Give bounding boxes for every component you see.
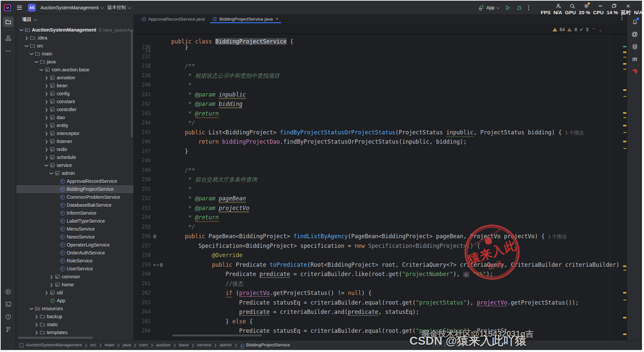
tree-item-java[interactable]: ❯java <box>16 58 133 66</box>
breadcrumb-main[interactable]: main <box>105 342 114 347</box>
tree-item-common[interactable]: ❯common <box>16 273 133 281</box>
more-tool-windows-button[interactable] <box>3 45 14 56</box>
breadcrumb-admin[interactable]: admin <box>220 342 232 347</box>
stripe-mark[interactable] <box>623 69 626 70</box>
line-number[interactable]: 266 <box>133 326 151 336</box>
code-line-248[interactable]: 248 <box>133 156 622 166</box>
tree-item-listener[interactable]: ❯listener <box>16 137 133 145</box>
tree-item-BiddingProjectService[interactable]: CBiddingProjectService <box>16 185 133 193</box>
vcs-widget[interactable]: 版本控制 <box>107 5 130 11</box>
tree-item-schedule[interactable]: ❯schedule <box>16 153 133 161</box>
tree-item-redis[interactable]: ❯redis <box>16 145 133 153</box>
tree-chevron-icon[interactable]: ❯ <box>44 100 49 104</box>
annotation-gutter-icon[interactable]: @ <box>153 232 171 241</box>
line-number[interactable]: 259 <box>133 260 151 270</box>
line-number[interactable]: 254 <box>133 213 151 222</box>
line-number[interactable]: 256 <box>133 232 151 241</box>
tree-chevron-icon[interactable]: ❯ <box>30 51 34 56</box>
line-number[interactable]: 250 <box>133 175 151 184</box>
stripe-mark[interactable] <box>623 333 626 335</box>
breadcrumb-auction[interactable]: auction <box>156 342 171 347</box>
line-number[interactable]: 244 <box>133 118 151 128</box>
tree-item-templates[interactable]: ❯templates <box>16 328 133 336</box>
code-line-258[interactable]: 258 @Override <box>133 250 622 260</box>
code-line-250[interactable]: 250 * 前台交易大厅多条件查询 <box>133 175 622 184</box>
tree-chevron-icon[interactable]: ❯ <box>24 36 29 40</box>
breadcrumb-src[interactable]: src <box>90 342 96 347</box>
tree-chevron-icon[interactable]: ❯ <box>20 27 24 33</box>
tool-window-run-button[interactable] <box>3 286 14 297</box>
tree-item-InformService[interactable]: CInformService <box>16 209 133 217</box>
line-number[interactable]: 249 <box>133 166 151 175</box>
run-config-selector[interactable]: App <box>478 5 499 11</box>
code-line-259[interactable]: 259⊙↑@ public Predicate toPredicate(Root… <box>133 260 622 270</box>
tree-chevron-icon[interactable]: ❯ <box>35 59 39 64</box>
line-number[interactable]: 253 <box>133 203 151 213</box>
tree-chevron-icon[interactable]: ❯ <box>34 322 39 327</box>
line-number[interactable]: 257 <box>133 241 151 251</box>
maven-button[interactable]: m <box>630 54 640 64</box>
tree-item-CommonProblemService[interactable]: CCommonProblemService <box>16 193 133 201</box>
stripe-mark[interactable] <box>623 132 626 133</box>
tree-chevron-icon[interactable]: ❯ <box>49 171 54 176</box>
line-number[interactable]: 243 <box>133 109 151 118</box>
add-user-button[interactable] <box>555 3 561 9</box>
tree-item-OperaterLogService[interactable]: COperaterLogService <box>16 241 133 249</box>
override-gutter-icon[interactable]: ⊙↑@ <box>153 260 171 270</box>
code-line-263[interactable]: 263 Predicate statusEq = criteriaBuilder… <box>133 298 622 308</box>
breadcrumb-base[interactable]: base <box>179 342 188 347</box>
error-stripe[interactable] <box>622 24 627 340</box>
line-number[interactable]: 258 <box>133 250 151 260</box>
stripe-mark[interactable] <box>623 292 626 294</box>
tree-chevron-icon[interactable]: ❯ <box>44 84 49 88</box>
tree-item-App[interactable]: App <box>16 297 133 305</box>
breadcrumb-java[interactable]: java <box>123 342 131 347</box>
close-button[interactable]: × <box>625 3 631 9</box>
tree-chevron-icon[interactable]: ❯ <box>44 76 49 80</box>
stripe-mark[interactable] <box>623 96 626 97</box>
line-number[interactable]: 242 <box>133 99 151 109</box>
tree-item-constant[interactable]: ❯constant <box>16 98 133 106</box>
tree-item-bean[interactable]: ❯bean <box>16 82 133 90</box>
code-line-240[interactable]: 240 * <box>133 80 622 90</box>
tree-chevron-icon[interactable]: ❯ <box>39 67 44 72</box>
code-line-260[interactable]: 260 Predicate predicate = criteriaBuilde… <box>133 269 622 279</box>
tree-item-AuctionSystemManagement[interactable]: ❯AuctionSystemManagementE:\idea_space\Au… <box>16 26 133 34</box>
ai-assistant-button[interactable]: @ <box>630 29 640 39</box>
tree-chevron-icon[interactable]: ❯ <box>49 283 54 287</box>
tree-item-service[interactable]: ❯service <box>16 161 133 169</box>
code-line-243[interactable]: 243 * @return <box>133 109 622 118</box>
line-number[interactable]: 265 <box>133 317 151 326</box>
database-button[interactable] <box>630 41 640 51</box>
tool-window-project-button[interactable] <box>3 17 14 27</box>
stripe-mark[interactable] <box>623 125 626 126</box>
line-number[interactable]: 264 <box>133 307 151 317</box>
project-panel-header[interactable]: 项目 <box>16 15 133 24</box>
tool-window-structure-button[interactable] <box>3 33 14 43</box>
tree-chevron-icon[interactable]: ❯ <box>44 147 49 152</box>
code-line-252[interactable]: 252 * @param pageBean <box>133 194 622 203</box>
debug-button[interactable] <box>517 5 522 11</box>
main-menu-button[interactable] <box>16 4 23 11</box>
code-line-251[interactable]: 251 * <box>133 184 622 194</box>
code-line-257[interactable]: 257 Specification<BiddingProject> specif… <box>133 241 622 251</box>
code-line-253[interactable]: 253 * @param projectVo <box>133 203 622 213</box>
tree-chevron-icon[interactable]: ❯ <box>30 306 34 311</box>
tree-item-entity[interactable]: ❯entity <box>16 121 133 129</box>
code-line-241[interactable]: 241 * @param inpublic <box>133 90 622 100</box>
tree-item-main[interactable]: ❯main <box>16 50 133 58</box>
tree-item-dao[interactable]: ❯dao <box>16 113 133 121</box>
tree-item-src[interactable]: ❯src <box>16 42 133 50</box>
more-actions-button[interactable] <box>528 7 529 8</box>
inspections-widget[interactable]: 64 8 ✓ 3 ⌃ ⌃ <box>550 26 604 33</box>
tool-window-problems-button[interactable] <box>3 312 14 322</box>
code-line-244[interactable]: 244 */ <box>133 118 622 128</box>
code-line-254[interactable]: 254 * @return <box>133 213 622 222</box>
tree-chevron-icon[interactable]: ❯ <box>44 163 49 168</box>
line-number[interactable]: 260 <box>133 269 151 279</box>
line-number[interactable]: 262 <box>133 288 151 298</box>
tool-window-git-button[interactable] <box>3 324 14 335</box>
tree-item-static[interactable]: ❯static <box>16 320 133 328</box>
tool-window-terminal-button[interactable] <box>3 299 14 310</box>
stripe-mark[interactable] <box>623 300 626 301</box>
